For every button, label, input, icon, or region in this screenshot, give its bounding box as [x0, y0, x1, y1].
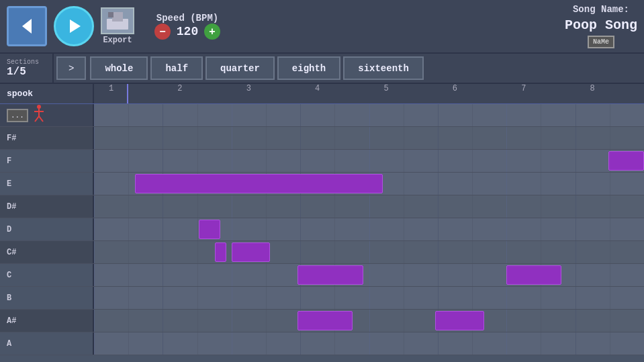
sub-beat-line [300, 332, 301, 355]
speed-increase-button[interactable]: + [204, 24, 220, 40]
sub-beat-line [404, 104, 404, 126]
play-button[interactable] [54, 6, 94, 46]
sub-beat-line [128, 173, 129, 195]
stick-figure-icon[interactable] [31, 104, 47, 127]
note-label: B [0, 287, 94, 309]
note-block[interactable] [297, 265, 363, 285]
speed-decrease-button[interactable]: − [154, 24, 171, 40]
back-button[interactable] [7, 6, 47, 46]
note-block[interactable] [297, 311, 353, 330]
sub-beat-line [369, 150, 370, 172]
rename-button[interactable]: NaMe [588, 36, 614, 48]
sub-beat-line [94, 332, 95, 355]
sub-beat-line [334, 332, 335, 355]
note-row-grid[interactable] [94, 264, 644, 286]
svg-point-5 [37, 105, 41, 109]
dots-button[interactable]: ... [7, 109, 28, 122]
note-row-grid[interactable] [94, 104, 644, 126]
grid-row[interactable]: F [0, 150, 644, 173]
note-quarter-button[interactable]: quarter [205, 56, 275, 80]
sub-beat-line [506, 127, 507, 149]
sub-beat-line [197, 127, 198, 149]
next-section-button[interactable]: > [56, 56, 86, 80]
note-label: C [0, 264, 94, 286]
sub-beat-line [232, 264, 232, 286]
sub-beat-line [300, 195, 301, 218]
grid-row[interactable]: B [0, 287, 644, 310]
grid-row[interactable]: F# [0, 127, 644, 150]
note-row-grid[interactable] [94, 310, 644, 332]
grid-row[interactable]: E [0, 173, 644, 195]
song-section: Song Name: Poop Song NaMe [565, 4, 637, 48]
sub-beat-line [300, 127, 301, 149]
sub-beat-line [163, 287, 163, 309]
note-block[interactable] [199, 220, 221, 239]
sub-beat-line [197, 332, 198, 355]
svg-rect-4 [108, 12, 113, 17]
sub-beat-line [369, 195, 370, 218]
sub-beat-line [163, 150, 163, 172]
sub-beat-line [438, 127, 439, 149]
note-block[interactable] [135, 174, 383, 193]
note-row-grid[interactable] [94, 150, 644, 172]
sub-beat-line [163, 264, 163, 286]
note-row-grid[interactable] [94, 195, 644, 218]
sub-beat-line [197, 287, 198, 309]
sub-beat-line [404, 127, 404, 149]
grid-row[interactable]: A# [0, 310, 644, 332]
note-half-button[interactable]: half [150, 56, 203, 80]
sub-beat-line [232, 310, 232, 332]
sub-beat-line [94, 127, 95, 149]
grid-row[interactable]: ... [0, 104, 644, 127]
sub-beat-line [163, 310, 163, 332]
grid-body: ...F#FED#DC#CBA#A [0, 104, 644, 362]
note-row-grid[interactable] [94, 287, 644, 309]
sub-beat-line [128, 127, 129, 149]
note-block[interactable] [506, 265, 561, 285]
sub-beat-line [369, 241, 370, 263]
sub-beat-line [541, 218, 541, 240]
note-block[interactable] [608, 151, 644, 171]
sub-beat-line [197, 264, 198, 286]
note-block[interactable] [215, 242, 226, 262]
sub-beat-line [232, 287, 232, 309]
sub-beat-line [541, 287, 541, 309]
sub-beat-line [438, 104, 439, 126]
sub-beat-line [404, 195, 404, 218]
note-label: F# [0, 127, 94, 149]
note-block[interactable] [435, 311, 485, 330]
beat-3: 3 [246, 84, 251, 93]
note-row-grid[interactable] [94, 241, 644, 263]
sub-beat-line [541, 127, 541, 149]
note-eighth-button[interactable]: eighth [277, 56, 340, 80]
sub-beat-line [266, 218, 267, 240]
sub-beat-line [576, 241, 576, 263]
sub-beat-line [506, 150, 507, 172]
sub-beat-line [610, 310, 610, 332]
grid-row[interactable]: C [0, 264, 644, 287]
grid-row[interactable]: C# [0, 241, 644, 264]
export-section: Export [101, 7, 134, 45]
sub-beat-line [438, 332, 439, 355]
sub-beat-line [610, 287, 610, 309]
note-row-grid[interactable] [94, 332, 644, 355]
note-row-grid[interactable] [94, 218, 644, 240]
note-sixteenth-button[interactable]: sixteenth [343, 56, 424, 80]
note-label: E [0, 173, 94, 195]
sub-beat-line [197, 218, 198, 240]
sub-beat-line [197, 150, 198, 172]
svg-marker-0 [22, 19, 32, 34]
note-whole-button[interactable]: whole [90, 56, 148, 80]
sub-beat-line [506, 287, 507, 309]
sub-beat-line [369, 310, 370, 332]
sub-beat-line [472, 241, 473, 263]
sub-beat-line [128, 218, 129, 240]
grid-row[interactable]: D [0, 218, 644, 241]
grid-row[interactable]: D# [0, 195, 644, 218]
grid-row[interactable]: A [0, 332, 644, 355]
note-row-grid[interactable] [94, 173, 644, 195]
note-row-grid[interactable] [94, 127, 644, 149]
export-icon[interactable] [101, 7, 134, 34]
sections-box: Sections 1/5 [0, 54, 54, 83]
note-block[interactable] [232, 242, 270, 262]
